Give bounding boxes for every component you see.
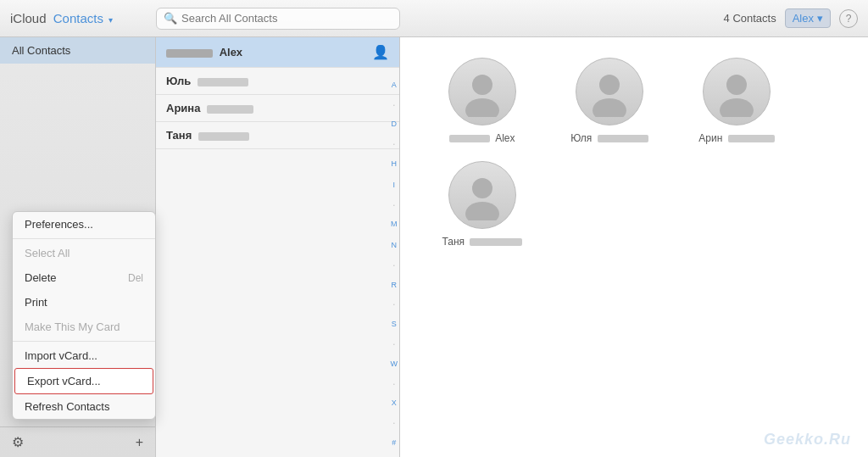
blurred-surname-3: [198, 132, 249, 141]
svg-point-1: [465, 98, 499, 117]
menu-item-select-all[interactable]: Select All: [13, 241, 155, 265]
avatar-silhouette-yulya: [584, 66, 635, 117]
svg-point-0: [472, 75, 492, 95]
alpha-dot-5: •: [391, 302, 398, 307]
contact-item-arina[interactable]: Арина: [156, 95, 399, 122]
icloud-label: iCloud: [10, 11, 47, 25]
alpha-a[interactable]: A: [391, 81, 398, 89]
sidebar-bottom: ⚙ +: [0, 426, 155, 457]
menu-item-import-vcard[interactable]: Import vCard...: [13, 343, 155, 368]
menu-item-preferences[interactable]: Preferences...: [13, 212, 155, 237]
avatar-tanya: [448, 161, 516, 229]
svg-point-6: [472, 178, 492, 198]
alpha-n[interactable]: N: [391, 242, 398, 249]
menu-item-refresh[interactable]: Refresh Contacts: [13, 394, 155, 419]
menu-item-export-vcard[interactable]: Export vCard...: [14, 368, 153, 394]
svg-point-7: [465, 202, 499, 220]
contacts-caret-icon[interactable]: ▾: [108, 15, 113, 25]
add-contact-button[interactable]: +: [136, 435, 143, 450]
contact-card-tanya[interactable]: Таня: [427, 161, 537, 248]
search-icon: 🔍: [164, 12, 177, 25]
settings-button[interactable]: ⚙: [12, 434, 24, 450]
card-name-alex: Alex: [449, 132, 515, 144]
menu-item-make-my-card[interactable]: Make This My Card: [13, 315, 155, 339]
menu-divider-2: [13, 341, 155, 342]
alpha-m[interactable]: M: [391, 220, 398, 228]
user-name: Alex: [793, 12, 814, 25]
avatar-arina: [703, 58, 771, 125]
sidebar-item-all-contacts[interactable]: All Contacts: [0, 37, 155, 64]
detail-panel: Alex Юля: [400, 37, 868, 457]
alpha-i[interactable]: I: [391, 181, 398, 189]
contact-card-alex[interactable]: Alex: [427, 58, 537, 144]
alpha-d[interactable]: D: [391, 120, 398, 128]
card-name-yulya: Юля: [570, 132, 648, 144]
svg-point-5: [720, 98, 754, 117]
contact-item-tanya[interactable]: Таня: [156, 122, 399, 149]
user-menu-caret-icon: ▾: [817, 12, 823, 25]
app-logo: iCloud Contacts ▾: [0, 11, 156, 25]
sidebar: All Contacts Preferences... Select All D…: [0, 37, 156, 457]
alpha-dot-8: •: [391, 421, 398, 426]
blurred-surname: [198, 78, 248, 86]
context-menu: Preferences... Select All Delete Del Pri…: [12, 211, 156, 420]
avatar-alex: [448, 58, 516, 125]
menu-divider-1: [13, 238, 155, 239]
contact-card-arina[interactable]: Арин: [682, 58, 792, 144]
avatar-yulya: [576, 58, 643, 125]
menu-item-delete[interactable]: Delete Del: [13, 265, 155, 290]
avatar-silhouette-arina: [711, 66, 762, 117]
alpha-dot-4: •: [391, 263, 398, 268]
avatar-silhouette-alex: [457, 66, 508, 117]
watermark: Geekko.Ru: [764, 431, 851, 449]
alpha-dot-2: •: [391, 142, 398, 147]
avatar-silhouette-tanya: [457, 170, 508, 220]
alpha-x[interactable]: X: [391, 399, 398, 407]
contacts-label[interactable]: Contacts: [53, 11, 103, 25]
menu-item-print[interactable]: Print: [13, 290, 155, 315]
alpha-dot-3: •: [391, 203, 398, 208]
search-input[interactable]: [181, 12, 392, 25]
svg-point-3: [593, 98, 626, 117]
alpha-h[interactable]: H: [391, 160, 398, 168]
delete-shortcut: Del: [128, 272, 143, 284]
help-button[interactable]: ?: [839, 9, 858, 28]
alpha-dot-7: •: [391, 382, 398, 387]
contact-name: Alex: [166, 46, 372, 59]
user-menu[interactable]: Alex ▾: [785, 8, 831, 28]
alpha-index: A • D • H I • M N • R • S • W • X • #: [391, 71, 398, 457]
alpha-w[interactable]: W: [391, 360, 398, 368]
card-name-tanya: Таня: [442, 236, 523, 248]
contact-item-yulya[interactable]: Юль: [156, 68, 399, 95]
alpha-dot-6: •: [391, 342, 398, 347]
top-bar: iCloud Contacts ▾ 🔍 4 Contacts Alex ▾ ?: [0, 0, 868, 37]
svg-point-4: [726, 75, 747, 95]
blurred-surname-2: [207, 105, 253, 114]
contacts-grid: Alex Юля: [427, 58, 841, 248]
alpha-hash[interactable]: #: [391, 439, 398, 447]
card-name-arina: Арин: [698, 132, 774, 144]
person-icon: 👤: [372, 44, 389, 60]
contacts-list: Alex 👤 Юль Арина Таня A: [156, 37, 400, 457]
contacts-count: 4 Contacts: [724, 12, 776, 25]
alpha-s[interactable]: S: [391, 320, 398, 328]
search-bar[interactable]: 🔍: [156, 8, 400, 30]
alpha-r[interactable]: R: [391, 281, 398, 289]
svg-point-2: [599, 75, 620, 95]
contact-card-yulya[interactable]: Юля: [554, 58, 665, 144]
alpha-dot-1: •: [391, 103, 398, 108]
main-layout: All Contacts Preferences... Select All D…: [0, 37, 868, 457]
contact-item-alex[interactable]: Alex 👤: [156, 37, 399, 68]
top-bar-right: 4 Contacts Alex ▾ ?: [400, 8, 868, 28]
